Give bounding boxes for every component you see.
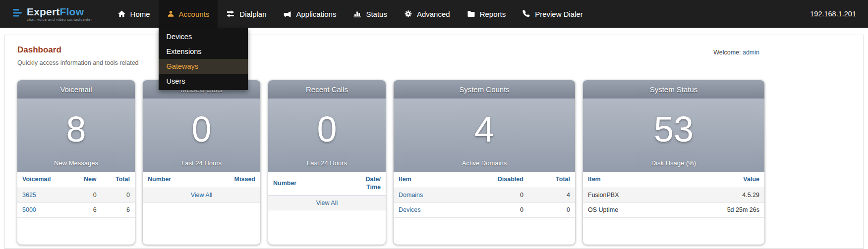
table-row: Domains04 (394, 188, 575, 202)
card-recent-calls: Recent Calls 0 Last 24 Hours NumberDate/… (268, 80, 386, 245)
nav-item-applications[interactable]: Applications (275, 0, 345, 28)
card-value: 8 (66, 99, 86, 159)
brand-logo[interactable]: ExpertFlow chat, voice and video contact… (12, 6, 92, 22)
page-title: Dashboard (17, 45, 139, 55)
table-cell: FusionPBX (583, 188, 672, 202)
page-subtitle: Quickly access information and tools rel… (17, 59, 139, 66)
nav-label: Dialplan (239, 10, 266, 18)
card-value-label: Last 24 Hours (307, 159, 347, 172)
brand-name-primary: Expert (27, 6, 60, 17)
card-table: NumberDate/ Time View All (268, 172, 386, 210)
table-cell: 0 (102, 188, 135, 202)
table-row: 362500 (17, 188, 135, 202)
phone-icon (522, 10, 530, 18)
column-header: Disabled (460, 172, 528, 188)
nav-item-reports[interactable]: Reports (459, 0, 515, 28)
table-cell: 5d 25m 26s (672, 202, 764, 217)
table-link[interactable]: Domains (399, 192, 423, 199)
nav-item-home[interactable]: Home (109, 0, 159, 28)
nav-item-advanced[interactable]: Advanced (396, 0, 459, 28)
welcome-user-link[interactable]: admin (743, 49, 759, 56)
table-cell: 4.5.29 (672, 188, 764, 202)
brand-bars-icon (12, 7, 23, 20)
home-icon (117, 10, 126, 18)
view-all-link[interactable]: View All (191, 192, 213, 199)
table-row: 500066 (17, 202, 135, 217)
column-header: Total (528, 172, 575, 188)
card-voicemail: Voicemail 8 New Messages VoicemailNewTot… (17, 80, 135, 245)
accounts-dropdown: Devices Extensions Gateways Users (159, 28, 248, 90)
dropdown-item-extensions[interactable]: Extensions (159, 44, 248, 59)
table-link[interactable]: Devices (399, 206, 420, 213)
table-cell: 0 (460, 188, 528, 202)
nav-item-preview-dialer[interactable]: Preview Dialer (514, 0, 591, 28)
view-all-row: View All (268, 196, 386, 210)
nav-item-status[interactable]: Status (345, 0, 396, 28)
card-value: 53 (654, 99, 694, 159)
content-panel: Dashboard Quickly access information and… (4, 35, 864, 249)
table-link[interactable]: 5000 (22, 206, 36, 213)
card-system-status: System Status 53 Disk Usage (%) ItemValu… (583, 80, 764, 245)
megaphone-icon (284, 10, 292, 18)
column-header: New (70, 172, 102, 188)
card-table: ItemDisabledTotal Domains04Devices00 (394, 172, 575, 218)
table-cell[interactable]: View All (143, 188, 260, 202)
card-title: System Status (583, 80, 764, 99)
table-cell[interactable]: 3625 (17, 188, 70, 202)
bar-chart-icon (353, 10, 361, 18)
brand-name-secondary: Flow (60, 6, 84, 17)
column-header: Number (268, 172, 335, 196)
top-navbar: ExpertFlow chat, voice and video contact… (0, 0, 868, 28)
brand-tagline: chat, voice and video contactcenter (27, 18, 92, 22)
table-header-row: ItemValue (583, 172, 764, 188)
welcome-label: Welcome: (713, 49, 741, 56)
column-header: Date/ Time (335, 172, 386, 196)
nav-label: Preview Dialer (535, 10, 583, 18)
folder-icon (467, 10, 475, 18)
card-title: Voicemail (17, 80, 135, 99)
column-header: Value (672, 172, 764, 188)
nav-label: Advanced (417, 10, 450, 18)
card-value-label: Active Domains (462, 159, 507, 172)
nav-label: Reports (480, 10, 506, 18)
card-hero: 0 Last 24 Hours (143, 99, 260, 172)
table-cell[interactable]: Devices (394, 202, 460, 217)
card-value: 0 (191, 99, 211, 159)
table-cell[interactable]: 5000 (17, 202, 70, 217)
nav-item-accounts[interactable]: Accounts Devices Extensions Gateways Use… (159, 0, 218, 28)
nav-label: Accounts (179, 10, 210, 18)
table-cell: 6 (102, 202, 135, 217)
table-row: Devices00 (394, 202, 575, 217)
table-cell: OS Uptime (583, 202, 672, 217)
nav-item-dialplan[interactable]: Dialplan (218, 0, 275, 28)
card-hero: 8 New Messages (17, 99, 135, 172)
view-all-link[interactable]: View All (316, 199, 338, 206)
table-cell[interactable]: Domains (394, 188, 460, 202)
table-header-row: VoicemailNewTotal (17, 172, 135, 188)
card-hero: 0 Last 24 Hours (268, 99, 386, 172)
table-cell[interactable]: View All (268, 196, 386, 210)
card-table: NumberMissed View All (143, 172, 260, 203)
nav-label: Status (366, 10, 387, 18)
user-icon (167, 10, 174, 18)
card-value-label: Disk Usage (%) (651, 159, 696, 172)
dropdown-item-gateways[interactable]: Gateways (159, 59, 248, 74)
table-cell: 0 (528, 202, 575, 217)
card-value: 0 (317, 99, 337, 159)
dropdown-item-devices[interactable]: Devices (159, 29, 248, 44)
card-title: Recent Calls (268, 80, 386, 99)
column-header: Item (583, 172, 672, 188)
table-header-row: NumberMissed (143, 172, 260, 188)
table-link[interactable]: 3625 (22, 192, 36, 199)
gear-icon (404, 10, 412, 18)
dropdown-item-users[interactable]: Users (159, 74, 248, 89)
table-cell: 6 (70, 202, 102, 217)
card-hero: 4 Active Domains (394, 99, 575, 172)
table-row: OS Uptime5d 25m 26s (583, 202, 764, 217)
card-table: VoicemailNewTotal 362500500066 (17, 172, 135, 218)
card-value-label: New Messages (54, 159, 98, 172)
card-table: ItemValue FusionPBX4.5.29OS Uptime5d 25m… (583, 172, 764, 218)
column-header: Total (102, 172, 135, 188)
card-title: System Counts (394, 80, 575, 99)
server-ip: 192.168.1.201 (810, 10, 856, 18)
